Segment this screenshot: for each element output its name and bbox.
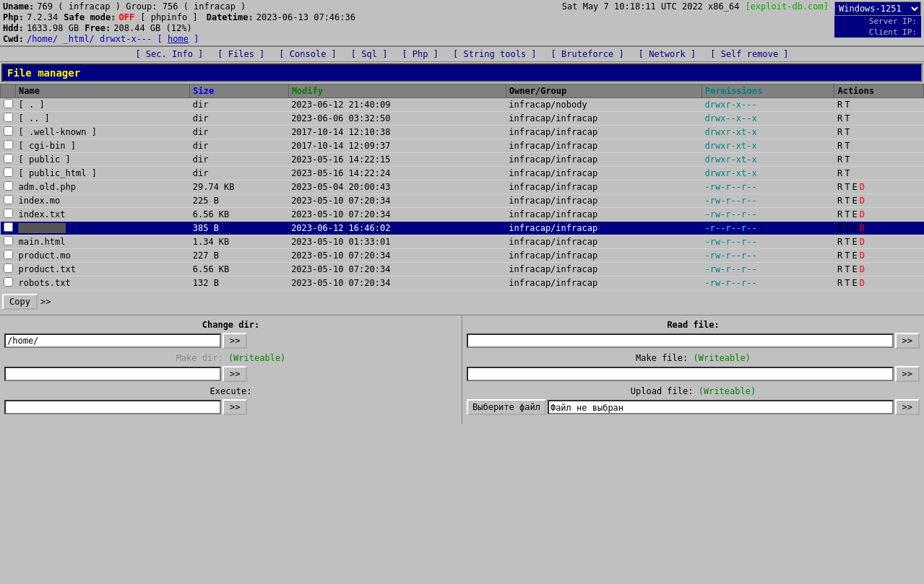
phpinfo-link[interactable]: [ phpinfo ]: [140, 12, 197, 22]
file-name[interactable]: [ public ]: [16, 153, 190, 167]
change-dir-input[interactable]: [4, 334, 221, 348]
action-e-link[interactable]: E: [852, 223, 857, 233]
action-e-link[interactable]: E: [852, 237, 857, 247]
row-checkbox[interactable]: [4, 250, 13, 259]
action-r-link[interactable]: R: [837, 154, 842, 165]
row-checkbox[interactable]: [4, 181, 13, 191]
row-checkbox[interactable]: [4, 154, 13, 163]
action-d-link[interactable]: D: [860, 237, 865, 247]
datetime-value: 2023-06-13 07:46:36: [256, 12, 355, 22]
action-r-link[interactable]: R: [837, 141, 842, 151]
action-r-link[interactable]: R: [837, 237, 842, 247]
make-dir-button[interactable]: >>: [223, 366, 247, 382]
file-name[interactable]: [ .. ]: [16, 112, 190, 126]
row-checkbox[interactable]: [4, 126, 13, 136]
action-e-link[interactable]: E: [852, 264, 857, 274]
action-d-link[interactable]: D: [860, 182, 865, 192]
action-r-link[interactable]: R: [837, 223, 842, 233]
row-checkbox[interactable]: [4, 140, 13, 149]
row-checkbox[interactable]: [4, 236, 13, 245]
action-e-link[interactable]: E: [852, 196, 857, 206]
exploit-link[interactable]: [exploit-db.com]: [745, 1, 829, 12]
row-checkbox[interactable]: [4, 99, 13, 108]
row-checkbox[interactable]: [4, 209, 13, 218]
make-file-input[interactable]: [467, 367, 894, 381]
action-e-link[interactable]: E: [852, 278, 857, 288]
action-t-link[interactable]: T: [845, 127, 850, 137]
make-file-button[interactable]: >>: [895, 366, 920, 382]
action-d-link[interactable]: D: [860, 196, 865, 206]
action-r-link[interactable]: R: [837, 196, 842, 206]
row-checkbox[interactable]: [4, 222, 13, 232]
action-d-link[interactable]: D: [860, 250, 865, 261]
action-e-link[interactable]: E: [852, 250, 857, 261]
row-checkbox[interactable]: [4, 263, 13, 273]
action-r-link[interactable]: R: [837, 113, 842, 123]
table-row: [ cgi-bin ]dir2017-10-14 12:09:37infraca…: [1, 139, 924, 153]
action-t-link[interactable]: T: [845, 168, 850, 178]
safe-mode-label: Safe mode:: [64, 12, 116, 22]
file-owner: infracap/infracap: [506, 208, 701, 222]
file-size: 227 B: [190, 249, 288, 263]
copy-button[interactable]: Copy: [2, 294, 38, 310]
choose-file-button[interactable]: Выберите файл: [467, 399, 546, 415]
upload-button[interactable]: >>: [895, 399, 920, 415]
nav-php[interactable]: [ Php ]: [402, 49, 439, 59]
action-r-link[interactable]: R: [837, 127, 842, 137]
action-r-link[interactable]: R: [837, 168, 842, 178]
action-d-link[interactable]: D: [860, 223, 865, 233]
home-link[interactable]: home: [168, 34, 189, 44]
nav-files[interactable]: [ Files ]: [217, 49, 264, 59]
nav-network[interactable]: [ Network ]: [639, 49, 696, 59]
read-file-input[interactable]: [467, 334, 894, 348]
col-owner: Owner/Group: [506, 84, 701, 98]
read-file-button[interactable]: >>: [895, 333, 920, 349]
action-t-link[interactable]: T: [845, 141, 850, 151]
action-t-link[interactable]: T: [845, 264, 850, 274]
action-t-link[interactable]: T: [845, 196, 850, 206]
action-t-link[interactable]: T: [845, 182, 850, 192]
nav-self-remove[interactable]: [ Self remove ]: [710, 49, 788, 59]
action-t-link[interactable]: T: [845, 154, 850, 165]
action-e-link[interactable]: E: [852, 182, 857, 192]
action-r-link[interactable]: R: [837, 209, 842, 219]
execute-input[interactable]: [4, 400, 221, 414]
table-row: [ .. ]dir2023-06-06 03:32:50infracap/inf…: [1, 112, 924, 126]
file-name[interactable]: [ . ]: [16, 98, 190, 112]
action-t-link[interactable]: T: [845, 237, 850, 247]
action-e-link[interactable]: E: [852, 209, 857, 219]
file-name[interactable]: [ cgi-bin ]: [16, 139, 190, 153]
action-t-link[interactable]: T: [845, 223, 850, 233]
action-r-link[interactable]: R: [837, 278, 842, 288]
server-select[interactable]: Windows-1251: [834, 1, 921, 16]
execute-button[interactable]: >>: [223, 399, 247, 415]
action-r-link[interactable]: R: [837, 264, 842, 274]
action-d-link[interactable]: D: [860, 264, 865, 274]
action-d-link[interactable]: D: [860, 209, 865, 219]
nav-sql[interactable]: [ Sql ]: [351, 49, 388, 59]
action-t-link[interactable]: T: [845, 209, 850, 219]
file-name[interactable]: [ .well-known ]: [16, 126, 190, 139]
table-row: [ public ]dir2023-05-16 14:22:15infracap…: [1, 153, 924, 167]
action-t-link[interactable]: T: [845, 250, 850, 261]
change-dir-button[interactable]: >>: [223, 333, 247, 349]
nav-console[interactable]: [ Console ]: [279, 49, 336, 59]
row-checkbox[interactable]: [4, 195, 13, 204]
action-d-link[interactable]: D: [860, 278, 865, 288]
action-r-link[interactable]: R: [837, 250, 842, 261]
nav-bruteforce[interactable]: [ Bruteforce ]: [551, 49, 624, 59]
action-t-link[interactable]: T: [845, 100, 850, 110]
make-dir-input[interactable]: [4, 367, 221, 381]
file-name[interactable]: [ public_html ]: [16, 167, 190, 180]
action-r-link[interactable]: R: [837, 182, 842, 192]
action-t-link[interactable]: T: [845, 113, 850, 123]
row-checkbox[interactable]: [4, 113, 13, 122]
nav-string-tools[interactable]: [ String tools ]: [453, 49, 537, 59]
row-checkbox[interactable]: [4, 277, 13, 287]
row-checkbox[interactable]: [4, 167, 13, 177]
nav-sec-info[interactable]: [ Sec. Info ]: [135, 49, 203, 59]
action-t-link[interactable]: T: [845, 278, 850, 288]
file-modify: 2023-05-16 14:22:15: [288, 153, 506, 167]
free-label: Free:: [85, 23, 111, 33]
action-r-link[interactable]: R: [837, 100, 842, 110]
